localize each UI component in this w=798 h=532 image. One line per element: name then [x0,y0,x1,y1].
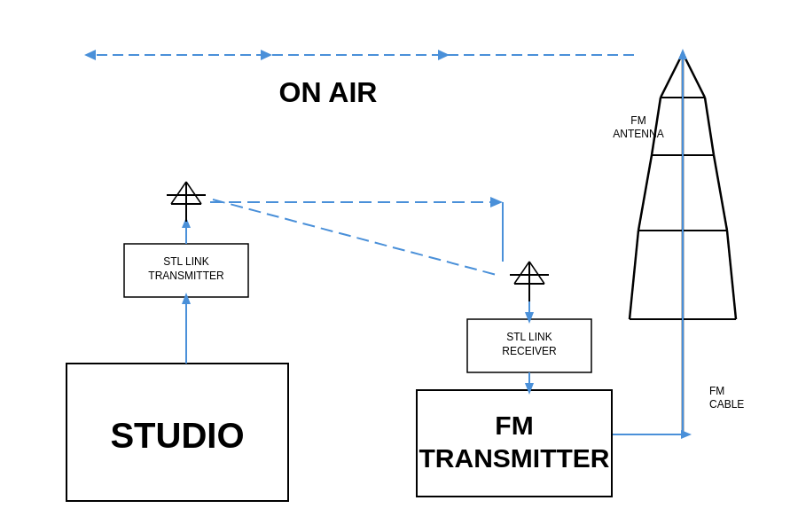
stl-link-receiver-label: STL LINK [506,331,552,343]
on-air-label: ON AIR [279,76,378,108]
antenna-right-2 [714,155,727,231]
on-air-arrow-mid1 [261,50,272,60]
stl-link-dashed-cover [210,202,492,279]
fm-cable-label2: CABLE [709,398,744,411]
antenna-right-1 [705,98,714,155]
antenna-cable-arrow-up [678,49,687,59]
stl-rx-ant-d2 [529,262,544,284]
antenna-right-3 [727,231,736,319]
stl-link-transmitter-label2: TRANSMITTER [148,270,224,282]
stl-link-dashed-line [213,200,497,275]
stl-tx-ant-d1 [171,182,186,204]
stl-tx-ant-d2 [186,182,201,204]
fm-cable-label: FM [709,385,724,397]
stl-link-arrow-right [490,197,503,207]
studio-label: STUDIO [110,416,244,455]
stl-link-transmitter-label: STL LINK [163,255,209,268]
on-air-arrow-left [84,50,96,60]
antenna-left-1 [652,98,661,155]
fm-antenna-label2: ANTENNA [613,128,663,140]
antenna-right-top [683,53,705,98]
antenna-left-top [661,53,683,98]
stl-link-receiver-label2: RECEIVER [502,345,557,357]
stl-rx-ant-d1 [514,262,529,284]
antenna-left-2 [638,155,652,231]
antenna-left-3 [630,231,638,319]
fm-antenna-label: FM [630,114,645,127]
fm-transmitter-label: FM [495,411,533,440]
on-air-arrow-mid2 [438,50,450,60]
fm-transmitter-label2: TRANSMITTER [419,443,610,473]
